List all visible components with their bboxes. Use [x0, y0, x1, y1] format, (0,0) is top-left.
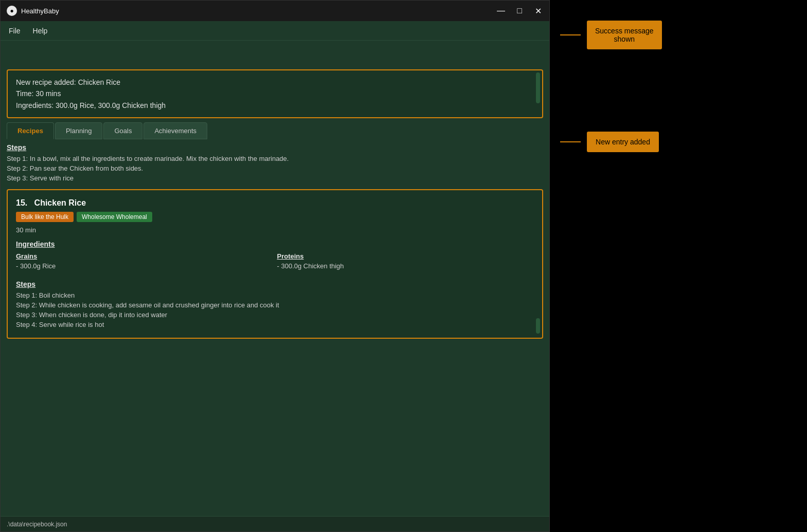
app-title: HealthyBaby: [21, 7, 59, 15]
recipe-step-4: Step 4: Serve while rice is hot: [16, 320, 534, 329]
notification-line1: New recipe added: Chicken Rice: [16, 77, 534, 88]
minimize-button[interactable]: —: [496, 6, 506, 16]
status-bar: .\data\recipebook.json: [1, 516, 549, 531]
annotation-new-entry: New entry added: [560, 132, 797, 152]
main-content[interactable]: Steps Step 1: In a bowl, mix all the ing…: [1, 139, 549, 516]
annotation-box-new-entry: New entry added: [587, 132, 659, 152]
proteins-label: Proteins: [277, 252, 534, 260]
app-window: ● HealthyBaby — □ ✕ File Help New recipe…: [0, 0, 550, 532]
recipe-card-scrollbar: [536, 318, 540, 334]
recipe-step-3: Step 3: When chicken is done, dip it int…: [16, 310, 534, 320]
protein-item-1: - 300.0g Chicken thigh: [277, 262, 534, 270]
title-bar-controls: — □ ✕: [496, 6, 543, 16]
ingredients-grid: Grains - 300.0g Rice Proteins - 300.0g C…: [16, 252, 534, 270]
tabs-bar: Recipes Planning Goals Achievements: [1, 122, 549, 139]
steps-header: Steps: [7, 139, 543, 154]
title-bar-left: ● HealthyBaby: [7, 6, 59, 16]
recipe-card: 15. Chicken Rice Bulk like the Hulk Whol…: [7, 189, 543, 339]
grains-col: Grains - 300.0g Rice: [16, 252, 273, 270]
step-3: Step 3: Serve with rice: [7, 173, 543, 183]
annotation-line-2: [560, 141, 581, 142]
tab-achievements[interactable]: Achievements: [144, 122, 207, 139]
grain-item-1: - 300.0g Rice: [16, 262, 273, 270]
status-text: .\data\recipebook.json: [7, 521, 67, 528]
tags-row: Bulk like the Hulk Wholesome Wholemeal: [16, 212, 534, 222]
title-bar: ● HealthyBaby — □ ✕: [1, 1, 549, 21]
tag-bulk: Bulk like the Hulk: [16, 212, 74, 222]
toolbar: [1, 41, 549, 65]
annotation-panel: Success messageshown New entry added: [550, 0, 807, 532]
notification-line2: Time: 30 mins: [16, 88, 534, 99]
recipe-step-2: Step 2: While chicken is cooking, add se…: [16, 300, 534, 310]
proteins-col: Proteins - 300.0g Chicken thigh: [277, 252, 534, 270]
tag-wholesome: Wholesome Wholemeal: [77, 212, 152, 222]
annotation-line-1: [560, 34, 581, 35]
annotation-box-success: Success messageshown: [587, 21, 662, 49]
grains-label: Grains: [16, 252, 273, 260]
ingredients-header: Ingredients: [16, 240, 534, 248]
close-button[interactable]: ✕: [533, 6, 543, 16]
step-1: Step 1: In a bowl, mix all the ingredien…: [7, 154, 543, 163]
tab-recipes[interactable]: Recipes: [7, 122, 54, 139]
recipe-step-1: Step 1: Boil chicken: [16, 290, 534, 300]
steps-section: Steps Step 1: In a bowl, mix all the ing…: [7, 139, 543, 183]
step-2: Step 2: Pan sear the Chicken from both s…: [7, 163, 543, 173]
notification-line3: Ingredients: 300.0g Rice, 300.0g Chicken…: [16, 100, 534, 111]
app-icon: ●: [7, 6, 17, 16]
annotation-success: Success messageshown: [560, 21, 797, 49]
recipe-time: 30 min: [16, 226, 534, 234]
menu-bar: File Help: [1, 21, 549, 41]
maximize-button[interactable]: □: [514, 6, 525, 16]
menu-help[interactable]: Help: [33, 27, 48, 35]
notification-scrollbar: [536, 72, 540, 103]
tab-planning[interactable]: Planning: [55, 122, 103, 139]
menu-file[interactable]: File: [9, 27, 21, 35]
recipe-steps-header: Steps: [16, 276, 534, 290]
recipe-card-title: 15. Chicken Rice: [16, 198, 534, 208]
tab-goals[interactable]: Goals: [103, 122, 142, 139]
success-notification: New recipe added: Chicken Rice Time: 30 …: [7, 69, 543, 118]
